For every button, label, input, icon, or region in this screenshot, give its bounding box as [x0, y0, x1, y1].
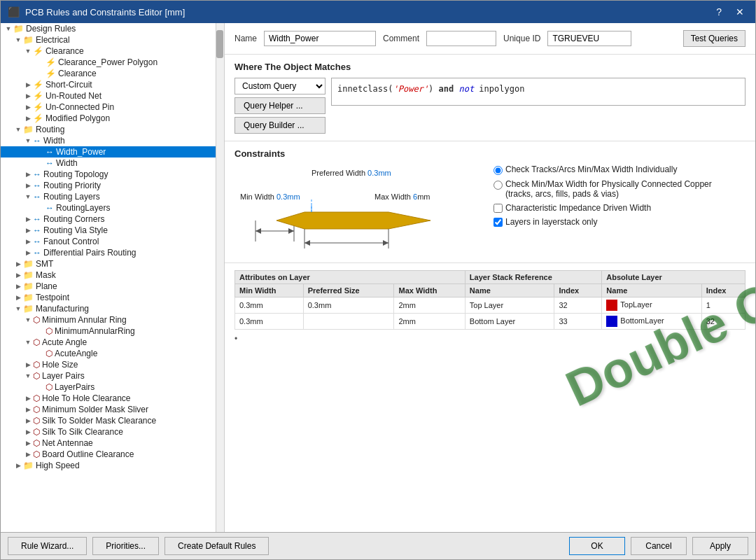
expand-icon: ▶	[23, 428, 33, 435]
tree-item-acute-angle[interactable]: ▼ ⬡ Acute Angle	[1, 337, 216, 348]
tree-label: Routing Via Style	[43, 225, 108, 235]
tree-item-unconnected-pin[interactable]: ▶ ⚡ Un-Connected Pin	[1, 102, 216, 113]
layer-color-blue	[606, 316, 617, 327]
query-helper-button[interactable]: Query Helper ...	[234, 97, 326, 114]
expand-icon: ▶	[23, 249, 33, 256]
rule-wizard-button[interactable]: Rule Wizard...	[8, 537, 87, 555]
radio-label-2: Check Min/Max Width for Physically Conne…	[505, 179, 712, 199]
create-default-rules-button[interactable]: Create Default Rules	[164, 537, 269, 555]
radio-tracks-arcs[interactable]	[493, 166, 503, 175]
tree-item-hole-to-hole[interactable]: ▶ ⬡ Hole To Hole Clearance	[1, 393, 216, 404]
tree-scrollbar[interactable]	[216, 23, 224, 532]
tree-item-routing-layers-child[interactable]: ↔ RoutingLayers	[1, 202, 216, 214]
name-input[interactable]	[264, 31, 376, 46]
help-button[interactable]: ?	[712, 5, 726, 19]
tree-item-routing[interactable]: ▼ 📁 Routing	[1, 124, 216, 135]
rule-icon: ⬡	[33, 427, 40, 437]
tree-item-plane[interactable]: ▶ 📁 Plane	[1, 281, 216, 292]
query-not-keyword: not	[454, 84, 479, 94]
priorities-button[interactable]: Priorities...	[92, 537, 159, 555]
tree-label: Acute Angle	[42, 337, 87, 347]
tree-item-net-antennae[interactable]: ▶ ⬡ Net Antennae	[1, 438, 216, 449]
tree-item-short-circuit[interactable]: ▶ ⚡ Short-Circuit	[1, 79, 216, 90]
col-header-max-width: Max Width	[394, 284, 465, 298]
tree-item-diff-pairs[interactable]: ▶ ↔ Differential Pairs Routing	[1, 247, 216, 258]
tree-item-routing-via-style[interactable]: ▶ ↔ Routing Via Style	[1, 225, 216, 236]
tree-item-layer-pairs[interactable]: ▼ ⬡ Layer Pairs	[1, 370, 216, 382]
tree-item-unrouted-net[interactable]: ▶ ⚡ Un-Routed Net	[1, 90, 216, 102]
checkbox-layers-input[interactable]	[493, 218, 503, 227]
tree-item-modified-polygon[interactable]: ▶ ⚡ Modified Polygon	[1, 113, 216, 124]
expand-icon: ▶	[23, 361, 33, 368]
window-title: PCB Rules and Constraints Editor [mm]	[25, 7, 185, 18]
tree-label: Width_Power	[56, 147, 106, 157]
rule-icon: ⬡	[33, 393, 40, 403]
tree-item-width-power[interactable]: ↔ Width_Power	[1, 146, 216, 158]
tree-item-silk-silk[interactable]: ▶ ⬡ Silk To Silk Clearance	[1, 426, 216, 438]
tree-item-min-solder-mask[interactable]: ▶ ⬡ Minimum Solder Mask Sliver	[1, 404, 216, 415]
rule-icon: ↔	[33, 181, 41, 190]
options-column: Check Tracks/Arcs Min/Max Width Individu…	[486, 164, 712, 227]
tree-item-routing-layers[interactable]: ▼ ↔ Routing Layers	[1, 191, 216, 202]
uid-input[interactable]	[547, 31, 631, 46]
tree-label: Routing Corners	[43, 214, 104, 224]
rule-icon: ⬡	[33, 438, 40, 448]
table-row[interactable]: 0.3mm 0.3mm 2mm Top Layer 32 TopLayer 1	[235, 298, 746, 314]
tree-item-clearance-group[interactable]: ▼ ⚡ Clearance	[1, 46, 216, 57]
query-editor[interactable]: innetclass('Power') and not inpolygon	[331, 78, 746, 106]
tree-item-routing-topology[interactable]: ▶ ↔ Routing Topology	[1, 169, 216, 180]
tree-item-layer-pairs-child[interactable]: ⬡ LayerPairs	[1, 382, 216, 393]
comment-input[interactable]	[426, 31, 496, 46]
col-header-abs-index: Index	[701, 284, 745, 298]
close-button[interactable]: ✕	[732, 5, 748, 19]
title-bar-left: ⬛ PCB Rules and Constraints Editor [mm]	[8, 6, 185, 18]
query-type-dropdown[interactable]: Custom Query Net Net Class Layer All	[234, 78, 326, 94]
tree-item-width[interactable]: ↔ Width	[1, 158, 216, 169]
expand-icon: ▶	[13, 294, 23, 301]
tree-item-manufacturing[interactable]: ▼ 📁 Manufacturing	[1, 303, 216, 314]
expand-icon: ▶	[23, 171, 33, 178]
tree-item-design-rules[interactable]: ▼ 📁 Design Rules	[1, 23, 216, 34]
tree-item-width-group[interactable]: ▼ ↔ Width	[1, 135, 216, 146]
tree-label: Mask	[36, 270, 56, 280]
radio-physically-connected[interactable]	[493, 181, 503, 190]
tree-item-acute-angle-child[interactable]: ⬡ AcuteAngle	[1, 348, 216, 359]
ok-button[interactable]: OK	[569, 537, 625, 555]
folder-icon: 📁	[23, 293, 34, 302]
col-header-name: Name	[465, 284, 554, 298]
apply-button[interactable]: Apply	[692, 537, 748, 555]
query-builder-button[interactable]: Query Builder ...	[234, 117, 326, 134]
tree-item-clearance[interactable]: ⚡ Clearance	[1, 68, 216, 79]
tree-item-routing-priority[interactable]: ▶ ↔ Routing Priority	[1, 180, 216, 191]
tree-item-board-outline[interactable]: ▶ ⬡ Board Outline Clearance	[1, 449, 216, 460]
layer-color-red	[606, 300, 617, 311]
table-row[interactable]: 0.3mm 2mm Bottom Layer 33 BottomLayer 32	[235, 314, 746, 330]
rule-icon: ⚡	[33, 80, 43, 90]
bottom-bar: Rule Wizard... Priorities... Create Defa…	[1, 532, 755, 559]
tree-item-electrical[interactable]: ▼ 📁 Electrical	[1, 34, 216, 46]
tree-item-mask[interactable]: ▶ 📁 Mask	[1, 270, 216, 281]
tree-label: Differential Pairs Routing	[43, 248, 136, 258]
tree-item-clearance-power[interactable]: ⚡ Clearance_Power Polygon	[1, 57, 216, 68]
tree-label: Short-Circuit	[46, 80, 92, 90]
tree-item-routing-corners[interactable]: ▶ ↔ Routing Corners	[1, 214, 216, 225]
tree-label: Minimum Solder Mask Sliver	[42, 405, 148, 414]
tree-item-high-speed[interactable]: ▶ 📁 High Speed	[1, 460, 216, 471]
tree-scrollbar-thumb[interactable]	[216, 30, 223, 58]
folder-icon: 📁	[23, 125, 34, 134]
tree-item-smt[interactable]: ▶ 📁 SMT	[1, 258, 216, 270]
tree-item-silk-solder[interactable]: ▶ ⬡ Silk To Solder Mask Clearance	[1, 415, 216, 426]
tree-inner[interactable]: ▼ 📁 Design Rules ▼ 📁 Electrical ▼ ⚡	[1, 23, 216, 532]
test-queries-button[interactable]: Test Queries	[683, 30, 746, 47]
tree-item-hole-size[interactable]: ▶ ⬡ Hole Size	[1, 359, 216, 370]
tree-item-min-annular[interactable]: ▼ ⬡ Minimum Annular Ring	[1, 314, 216, 326]
tree-item-fanout-control[interactable]: ▶ ↔ Fanout Control	[1, 236, 216, 247]
cancel-button[interactable]: Cancel	[631, 537, 687, 555]
checkbox-impedance: Characteristic Impedance Driven Width	[493, 203, 712, 213]
tree-label: Clearance	[46, 46, 84, 56]
tree-item-testpoint[interactable]: ▶ 📁 Testpoint	[1, 292, 216, 303]
app-icon: ⬛	[8, 6, 20, 18]
tree-item-min-annular-child[interactable]: ⬡ MinimumAnnularRing	[1, 326, 216, 337]
checkbox-impedance-input[interactable]	[493, 204, 503, 213]
tree-label: Design Rules	[26, 24, 76, 34]
